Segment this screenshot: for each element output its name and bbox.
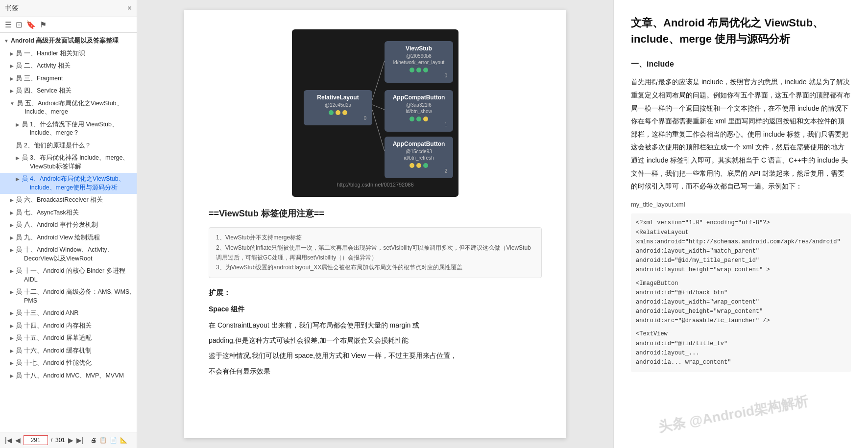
sidebar-header: 书签 × bbox=[0, 0, 137, 17]
sidebar-item-item1[interactable]: ▶员一、Handler 相关知识 bbox=[0, 47, 137, 60]
tree-bullet: 员 bbox=[16, 221, 22, 230]
include-para: 首先用得最多的应该是 include，按照官方的意思，include 就是为了解… bbox=[631, 75, 851, 192]
tree-label: 1、什么情况下使用 ViewStub、include、merge？ bbox=[30, 120, 133, 138]
doc-para2: padding,但是这种方式可读性会很差,加一个布局嵌套又会损耗性能 bbox=[209, 334, 542, 347]
tree-arrow: ▶ bbox=[16, 121, 20, 128]
tree-label: 2、他们的原理是什么？ bbox=[24, 141, 91, 150]
tree-bullet: 员 bbox=[22, 154, 28, 163]
tree-bullet: 员 bbox=[16, 246, 22, 255]
code-line-5: android:layout_height="wrap_content" > bbox=[636, 265, 846, 275]
toolbar-icon-3[interactable]: 🔖 bbox=[26, 20, 36, 29]
sidebar-item-item9[interactable]: ▶员九、Android View 绘制流程 bbox=[0, 232, 137, 244]
filename-label: my_title_layout.xml bbox=[631, 199, 851, 211]
sidebar-item-item18[interactable]: ▶员十八、Android MVC、MVP、MVVM bbox=[0, 370, 137, 382]
sidebar-item-item15[interactable]: ▶员十五、Android 屏幕适配 bbox=[0, 332, 137, 345]
diagram-url: http://blog.csdn.net/0012792086 bbox=[299, 180, 452, 190]
tree-bullet: 员 bbox=[16, 62, 22, 71]
tree-bullet: 员 bbox=[22, 120, 28, 129]
sidebar-item-item8[interactable]: ▶员八、Android 事件分发机制 bbox=[0, 219, 137, 232]
code-line-12 bbox=[636, 326, 846, 330]
code-line-11: android:src="@drawable/ic_launcher" /> bbox=[636, 316, 846, 326]
tree-arrow: ▶ bbox=[10, 63, 14, 70]
sidebar: 书签 × ☰ ⊡ 🔖 ⚑ ▼Android 高级开发面试题以及答案整理▶员一、H… bbox=[0, 0, 137, 448]
sidebar-item-item17[interactable]: ▶员十七、Android 性能优化 bbox=[0, 357, 137, 370]
sidebar-item-item3[interactable]: ▶员三、Fragment bbox=[0, 72, 137, 85]
toolbar-icon-1[interactable]: ☰ bbox=[5, 20, 12, 29]
sidebar-item-item12[interactable]: ▶员十二、Android 高级必备：AMS, WMS, PMS bbox=[0, 286, 137, 307]
include-heading: 一、include bbox=[631, 57, 851, 71]
sidebar-item-item10[interactable]: ▶员十、Android Window、Activity、DecorView以及V… bbox=[0, 244, 137, 265]
space-label: Space 组件 bbox=[209, 303, 542, 315]
tree-bullet: 员 bbox=[16, 347, 22, 355]
code-line-16: android:la... wrap_content" bbox=[636, 358, 846, 367]
appcompatbutton2-node: AppCompatButton @15ccde93 id/btn_refresh… bbox=[385, 137, 453, 178]
sidebar-item-item6[interactable]: ▶员六、BroadcastReceiver 相关 bbox=[0, 194, 137, 207]
code-line-13: <TextView bbox=[636, 330, 846, 339]
diagram-container: RelativeLayout @12c45d2a 0 ViewStub @2f0… bbox=[292, 29, 458, 197]
tree-label: 十七、Android 性能优化 bbox=[24, 359, 92, 368]
tree-label: 十五、Android 屏幕适配 bbox=[24, 334, 92, 343]
sidebar-item-item13[interactable]: ▶员十三、Android ANR bbox=[0, 307, 137, 320]
tree-bullet: 员 bbox=[16, 322, 22, 330]
page-icon[interactable]: 📄 bbox=[110, 437, 117, 444]
code-line-6 bbox=[636, 275, 846, 279]
code-line-9: android:layout_width="wrap_content" bbox=[636, 298, 846, 307]
copy-icon[interactable]: 📋 bbox=[99, 437, 107, 444]
toolbar-icon-4[interactable]: ⚑ bbox=[40, 20, 47, 29]
next-page-button[interactable]: ▶ bbox=[68, 436, 73, 444]
first-page-button[interactable]: |◀ bbox=[5, 436, 12, 444]
close-icon[interactable]: × bbox=[127, 4, 132, 13]
tree-bullet: 员 bbox=[16, 209, 22, 217]
sidebar-item-item5-3[interactable]: ▶员3、布局优化神器 include、merge、ViewStub标签详解 bbox=[0, 152, 137, 173]
code-line-7: <ImageButton bbox=[636, 279, 846, 288]
sidebar-tree: ▼Android 高级开发面试题以及答案整理▶员一、Handler 相关知识▶员… bbox=[0, 33, 137, 432]
tree-bullet: 员 bbox=[16, 288, 22, 297]
note-2: 2、ViewStub的inflate只能被使用一次，第二次再用会出现异常，set… bbox=[216, 243, 534, 263]
sidebar-item-item2[interactable]: ▶员二、Activity 相关 bbox=[0, 60, 137, 72]
prev-page-button[interactable]: ◀ bbox=[15, 436, 21, 444]
tree-arrow: ▶ bbox=[10, 197, 14, 204]
tree-label: 一、Handler 相关知识 bbox=[24, 49, 85, 58]
print-icon[interactable]: 🖨 bbox=[91, 437, 96, 444]
sidebar-item-item11[interactable]: ▶员十一、Android 的核心 Binder 多进程 AIDL bbox=[0, 265, 137, 286]
sidebar-item-item5-2[interactable]: 员2、他们的原理是什么？ bbox=[0, 140, 137, 152]
notes-box: 1、ViewStub并不支持merge标签 2、ViewStub的inflate… bbox=[209, 227, 542, 278]
last-page-button[interactable]: ▶| bbox=[76, 436, 84, 444]
sidebar-item-item16[interactable]: ▶员十六、Android 缓存机制 bbox=[0, 345, 137, 357]
tree-arrow: ▼ bbox=[4, 38, 9, 45]
sidebar-item-item5[interactable]: ▼员五、Android布局优化之ViewStub、include、merge bbox=[0, 97, 137, 118]
tree-arrow: ▼ bbox=[10, 100, 15, 107]
page-number-input[interactable]: 291 bbox=[24, 435, 48, 445]
sidebar-item-item7[interactable]: ▶员七、AsyncTask相关 bbox=[0, 207, 137, 219]
tree-arrow: ▶ bbox=[10, 323, 14, 330]
tree-label: 十八、Android MVC、MVP、MVVM bbox=[24, 372, 124, 380]
tree-arrow: ▶ bbox=[16, 176, 20, 183]
tree-label: 四、Service 相关 bbox=[24, 87, 72, 95]
viewstub-node: ViewStub @2f0590b8 id/network_error_layo… bbox=[385, 41, 453, 83]
sidebar-item-item5-4[interactable]: ▶员4、Android布局优化之ViewStub、include、merge使用… bbox=[0, 173, 137, 194]
sidebar-item-root[interactable]: ▼Android 高级开发面试题以及答案整理 bbox=[0, 35, 137, 47]
expand-label: 扩展： bbox=[209, 286, 542, 299]
svg-line-1 bbox=[372, 105, 385, 110]
code-line-15: android:layout_... bbox=[636, 349, 846, 358]
tree-arrow: ▶ bbox=[10, 222, 14, 229]
tree-label: 九、Android View 绘制流程 bbox=[24, 234, 100, 242]
tree-bullet: 员 bbox=[22, 175, 28, 184]
tree-arrow: ▶ bbox=[10, 235, 14, 241]
sidebar-item-item4[interactable]: ▶员四、Service 相关 bbox=[0, 85, 137, 97]
tree-arrow: ▶ bbox=[10, 75, 14, 82]
tree-label: 十四、Android 内存相关 bbox=[24, 322, 92, 330]
measure-icon[interactable]: 📐 bbox=[120, 437, 127, 444]
tree-arrow: ▶ bbox=[10, 50, 14, 57]
sidebar-item-item14[interactable]: ▶员十四、Android 内存相关 bbox=[0, 320, 137, 332]
svg-line-2 bbox=[372, 110, 385, 151]
sidebar-item-item5-1[interactable]: ▶员1、什么情况下使用 ViewStub、include、merge？ bbox=[0, 118, 137, 140]
code-line-3: android:layout_width="match_parent" bbox=[636, 247, 846, 256]
tree-arrow: ▶ bbox=[10, 247, 14, 254]
code-line-14: android:id="@+id/title_tv" bbox=[636, 339, 846, 349]
tree-arrow: ▶ bbox=[10, 210, 14, 216]
toolbar-icon-2[interactable]: ⊡ bbox=[16, 20, 22, 29]
tree-label: 二、Activity 相关 bbox=[24, 62, 71, 71]
tree-bullet: 员 bbox=[16, 309, 22, 318]
tree-arrow: ▶ bbox=[10, 335, 14, 342]
